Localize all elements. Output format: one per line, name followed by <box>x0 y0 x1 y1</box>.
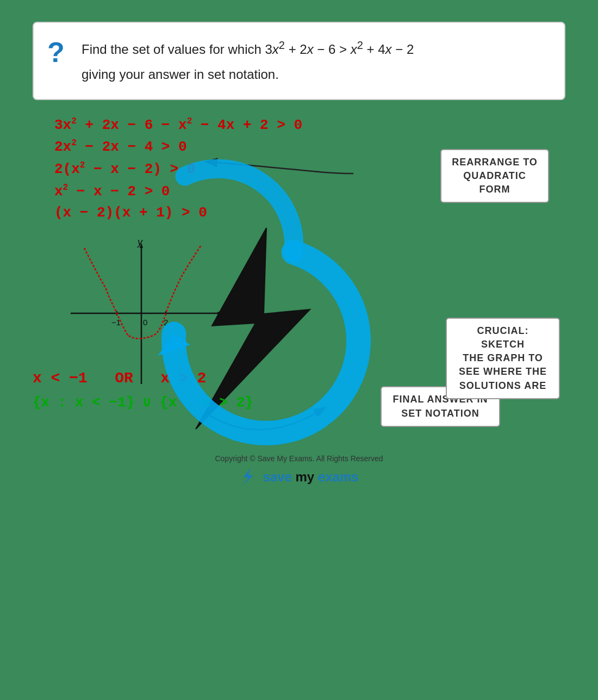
footer-logo-text: save my exams <box>263 469 358 485</box>
svg-text:y: y <box>136 237 143 247</box>
footer: Copyright © Save My Exams. All Rights Re… <box>0 454 598 503</box>
svg-text:−1: −1 <box>111 318 121 327</box>
step-1: 3x2 + 2x − 6 − x2 − 4x + 2 > 0 <box>54 116 576 133</box>
callout-rearrange-text: REARRANGE TOQUADRATIC FORM <box>452 157 538 195</box>
callout-crucial: CRUCIAL: SKETCHTHE GRAPH TOSEE WHERE THE… <box>446 318 560 399</box>
svg-text:x: x <box>225 307 228 318</box>
svg-text:?: ? <box>47 38 65 68</box>
question-icon: ? <box>45 38 72 75</box>
question-box: ? Find the set of values for which 3x2 +… <box>33 22 565 100</box>
footer-lightning-icon <box>239 467 258 486</box>
callout-crucial-text: CRUCIAL: SKETCHTHE GRAPH TOSEE WHERE THE… <box>459 325 547 391</box>
svg-text:0: 0 <box>143 318 147 327</box>
question-line1: Find the set of values for which 3x2 + 2… <box>82 36 414 60</box>
step-5: (x − 2)(x + 1) > 0 <box>54 205 576 221</box>
callout-rearrange: REARRANGE TOQUADRATIC FORM <box>440 149 549 203</box>
footer-copyright: Copyright © Save My Exams. All Rights Re… <box>0 454 598 463</box>
graph-svg: x y −1 0 2 <box>54 237 228 389</box>
footer-logo: save my exams <box>0 467 598 486</box>
svg-marker-5 <box>217 312 223 315</box>
question-text: Find the set of values for which 3x2 + 2… <box>82 36 414 85</box>
question-line2: giving your answer in set notation. <box>82 64 414 85</box>
svg-marker-15 <box>242 468 253 485</box>
